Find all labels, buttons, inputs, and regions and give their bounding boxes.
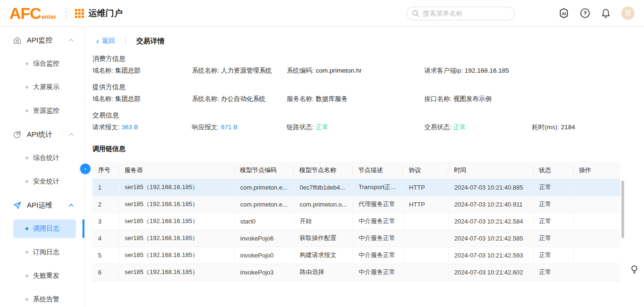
table-cell: [573, 179, 620, 196]
send-icon: [13, 201, 21, 209]
table-cell: [573, 264, 620, 281]
sidebar-collapse-button[interactable]: ‹: [80, 164, 91, 174]
info-field: 服务名称:数据库服务: [287, 94, 424, 104]
ai-assistant-icon[interactable]: AI: [558, 8, 570, 19]
column-header: 模型节点编码: [234, 162, 294, 179]
table-cell: Transport正...: [353, 179, 403, 196]
table-header-row: 序号服务器模型节点编码模型节点名称节点描述协议时间状态操作: [92, 162, 620, 179]
table-cell: [573, 247, 620, 264]
table-row[interactable]: 5ser185（192.168.16.185）invokePojo0构建请求报文…: [92, 247, 620, 264]
sidebar-item[interactable]: 大屏展示: [0, 75, 84, 99]
column-header: 节点描述: [353, 162, 403, 179]
chevron-up-icon: [68, 37, 74, 43]
table-cell: 中介服务正常: [353, 230, 403, 247]
field-label: 请求客户端ip:: [424, 67, 463, 74]
table-cell: HTTP: [403, 179, 448, 196]
column-header: 序号: [92, 162, 119, 179]
search-icon: [412, 10, 419, 17]
call-chain-title: 调用链信息: [92, 145, 644, 153]
table-row[interactable]: 4ser185（192.168.16.185）invokePojo6获取操作配置…: [92, 230, 620, 247]
table-cell: 正常: [533, 179, 573, 196]
info-field: 链路状态:正常: [287, 122, 424, 133]
sidebar-group-label: API统计: [27, 130, 68, 139]
field-value: 视图发布示例: [454, 95, 492, 102]
lightbulb-icon[interactable]: [630, 265, 638, 276]
info-field: 请求报文:363 B: [92, 122, 192, 133]
sidebar-group-1[interactable]: API统计: [0, 123, 84, 146]
table-cell: 中介服务正常: [353, 213, 403, 230]
sidebar-item-label: 安全统计: [33, 177, 59, 186]
sidebar-item[interactable]: 综合统计: [0, 146, 84, 170]
chevron-up-icon: [68, 132, 74, 137]
table-cell: 正常: [533, 196, 573, 213]
field-label: 链路状态:: [287, 124, 314, 131]
field-value: 集团总部: [115, 95, 140, 102]
sidebar-item-label: 综合监控: [33, 59, 59, 68]
sidebar-item-label: 资源监控: [33, 107, 59, 115]
sidebar-item[interactable]: 系统告警: [0, 288, 84, 307]
sidebar-item-label: 订阅日志: [33, 248, 59, 257]
info-field-row: 域名称:集团总部系统名称:办公自动化系统服务名称:数据库服务接口名称:视图发布示…: [92, 94, 644, 104]
table-row[interactable]: 2ser185（192.168.16.185）com.primeton.e...…: [92, 196, 620, 213]
field-label: 响应报文:: [192, 124, 219, 131]
call-chain-table-wrap: 序号服务器模型节点编码模型节点名称节点描述协议时间状态操作 1ser185（19…: [92, 162, 624, 281]
sidebar-item[interactable]: 订阅日志: [0, 241, 84, 264]
table-row[interactable]: 1ser185（192.168.16.185）com.primeton.e...…: [92, 179, 620, 196]
column-header: 时间: [448, 162, 533, 179]
sidebar-item-label: 综合统计: [33, 154, 59, 162]
table-row[interactable]: 3ser185（192.168.16.185）start0开始中介服务正常202…: [92, 213, 620, 230]
pie-chart-icon: [13, 131, 21, 139]
info-section-title: 交易信息: [92, 110, 644, 120]
item-dot-icon: [25, 180, 28, 183]
table-cell: 开始: [294, 213, 353, 230]
table-cell: 正常: [533, 230, 573, 247]
table-cell: [573, 213, 620, 230]
table-cell: 获取操作配置: [294, 230, 353, 247]
table-row[interactable]: 6ser185（192.168.16.185）invokePojo3路由选择中介…: [92, 264, 620, 281]
table-cell: 中介服务正常: [353, 264, 403, 281]
item-dot-icon: [25, 157, 28, 159]
table-cell: 2024-07-03 10:21:40.885: [448, 179, 533, 196]
field-label: 系统名称:: [192, 95, 219, 102]
page-head-divider: [125, 37, 126, 45]
field-label: 系统编码:: [287, 67, 314, 74]
info-field: 接口名称:视图发布示例: [424, 94, 532, 104]
field-label: 接口名称:: [424, 95, 452, 102]
sidebar-item[interactable]: 失败重发: [0, 264, 84, 288]
sidebar-item[interactable]: 综合监控: [0, 52, 84, 75]
table-cell: [403, 213, 448, 230]
topbar-right: AI ? 管: [406, 7, 635, 20]
table-cell: 2024-07-03 10:21:40.911: [448, 196, 533, 213]
field-label: 服务名称:: [287, 95, 314, 102]
sidebar-item[interactable]: 调用日志: [13, 219, 76, 238]
top-header: AFC enter 运维门户 AI ?: [0, 0, 644, 27]
field-value: 正常: [454, 124, 466, 131]
notification-bell-icon[interactable]: [601, 8, 611, 18]
table-cell: 1: [92, 179, 119, 196]
info-section-title: 消费方信息: [92, 53, 644, 64]
info-sections: 消费方信息域名称:集团总部系统名称:人力资源管理系统系统编码:com.prime…: [92, 53, 644, 133]
help-icon[interactable]: ?: [580, 8, 590, 18]
table-scrollbar-thumb[interactable]: [621, 181, 624, 238]
user-avatar[interactable]: 管: [621, 7, 635, 20]
sidebar-item[interactable]: 安全统计: [0, 170, 84, 193]
sidebar-group-0[interactable]: API监控: [0, 28, 84, 52]
table-cell: [403, 230, 448, 247]
column-header: 状态: [533, 162, 573, 179]
field-value[interactable]: 671 B: [221, 124, 238, 131]
sidebar-group-2[interactable]: API运维: [0, 193, 84, 217]
sidebar-item-label: 失败重发: [33, 272, 59, 280]
sidebar-item[interactable]: 资源监控: [0, 99, 84, 123]
back-button[interactable]: ‹ 返回: [92, 37, 115, 45]
item-dot-icon: [25, 86, 28, 89]
field-value[interactable]: 363 B: [122, 124, 138, 131]
app-grid-icon[interactable]: [75, 9, 84, 18]
table-cell: 2024-07-03 10:21:42.585: [448, 230, 533, 247]
table-cell: ser185（192.168.16.185）: [119, 196, 234, 213]
page-title: 交易详情: [136, 37, 165, 46]
search-input[interactable]: [406, 7, 515, 20]
table-cell: 正常: [533, 213, 573, 230]
sidebar-item-label: 系统告警: [33, 295, 59, 304]
back-label: 返回: [102, 37, 115, 45]
table-cell: [573, 196, 620, 213]
